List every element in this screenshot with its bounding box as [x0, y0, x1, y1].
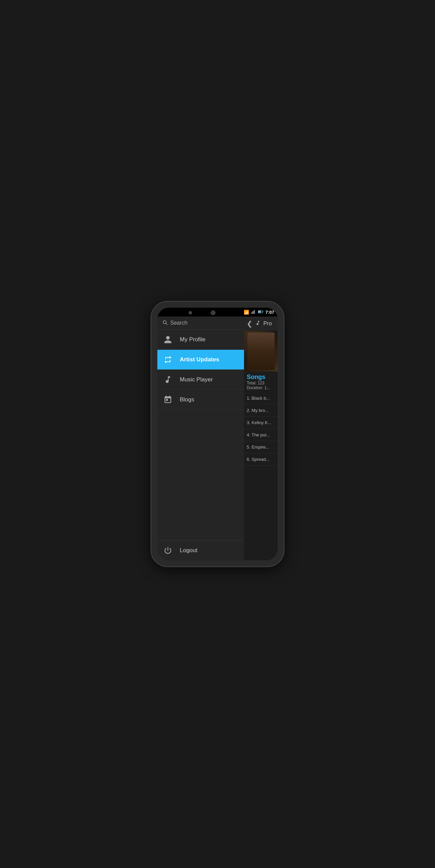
- search-icon: [163, 320, 168, 326]
- signal-icon: [251, 310, 256, 314]
- logout-label: Logout: [180, 547, 197, 554]
- power-icon: [163, 545, 173, 556]
- songs-title: Songs: [247, 374, 275, 381]
- phone-screen: 📶 7:07: [157, 308, 278, 560]
- battery-icon: [258, 310, 263, 314]
- phone-device: 📶 7:07: [151, 302, 284, 566]
- blogs-label: Blogs: [180, 396, 194, 403]
- song-list-item[interactable]: 5. Empire...: [244, 441, 278, 453]
- search-bar[interactable]: Search: [157, 317, 244, 330]
- wifi-icon: 📶: [244, 310, 249, 315]
- svg-line-8: [166, 323, 167, 325]
- repeat-icon: [163, 355, 173, 365]
- song-list-item[interactable]: 6. Spread...: [244, 453, 278, 466]
- songs-duration: Duration: 1...: [247, 385, 275, 390]
- status-bar: 📶 7:07: [157, 308, 278, 317]
- song-list-item[interactable]: 3. Kelloy K...: [244, 417, 278, 429]
- artist-updates-label: Artist Updates: [180, 356, 219, 363]
- main-topbar: ❮ Pro: [244, 317, 278, 331]
- svg-rect-2: [253, 311, 254, 314]
- song-list: 1. Black b...2. My bro...3. Kelloy K...4…: [244, 392, 278, 560]
- svg-rect-0: [251, 312, 252, 314]
- album-face-texture: [247, 332, 275, 370]
- song-list-item[interactable]: 1. Black b...: [244, 392, 278, 404]
- person-icon: [163, 334, 173, 345]
- status-time: 7:07: [265, 310, 274, 315]
- nav-item-my-profile[interactable]: My Profile: [157, 330, 244, 350]
- song-info: Songs Total: 123 Duration: 1...: [244, 372, 278, 392]
- back-arrow-icon[interactable]: ❮: [247, 320, 253, 328]
- music-player-label: Music Player: [180, 376, 213, 383]
- logout-section[interactable]: Logout: [157, 540, 244, 560]
- nav-item-music-player[interactable]: Music Player: [157, 370, 244, 390]
- nav-item-blogs[interactable]: Blogs: [157, 390, 244, 410]
- nav-items-list: My Profile Artist Updates: [157, 330, 244, 540]
- main-topbar-title: Pro: [263, 321, 272, 327]
- speaker-dot: [211, 310, 215, 315]
- song-list-item[interactable]: 2. My bro...: [244, 404, 278, 417]
- songs-total: Total: 123: [247, 381, 275, 385]
- content-area: Search My Profile: [157, 317, 278, 560]
- calendar-icon: [163, 395, 173, 405]
- svg-rect-3: [254, 310, 255, 314]
- album-art: [244, 331, 278, 372]
- topbar-music-icon: [255, 320, 261, 327]
- main-content: ❮ Pro Songs Total: 123: [244, 317, 278, 560]
- song-list-item[interactable]: 4. The pul...: [244, 429, 278, 441]
- svg-rect-6: [258, 311, 261, 313]
- my-profile-label: My Profile: [180, 336, 206, 343]
- svg-rect-1: [252, 311, 253, 314]
- camera-dot: [189, 311, 192, 314]
- nav-item-artist-updates[interactable]: Artist Updates: [157, 350, 244, 370]
- navigation-drawer: Search My Profile: [157, 317, 244, 560]
- search-label: Search: [170, 320, 188, 326]
- music-note-icon: [163, 375, 173, 385]
- svg-rect-5: [262, 311, 263, 312]
